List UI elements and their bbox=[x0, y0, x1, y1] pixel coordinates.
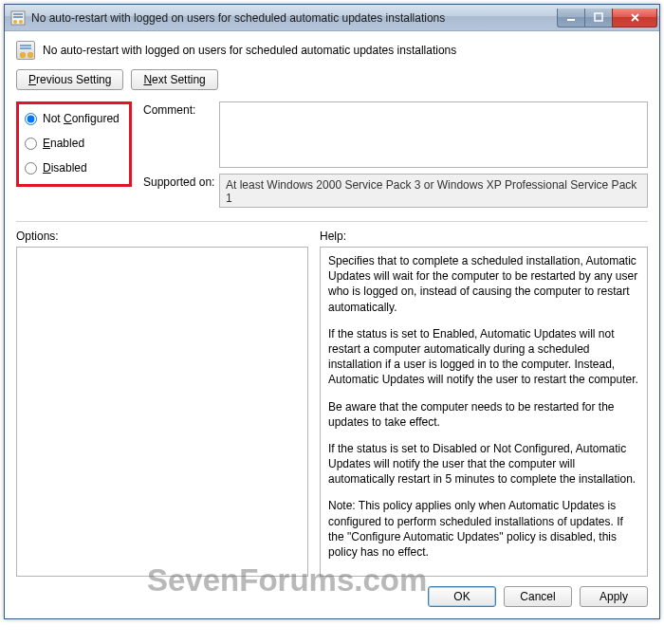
radio-not-configured[interactable]: Not Configured bbox=[25, 112, 123, 125]
supported-row: Supported on: At least Windows 2000 Serv… bbox=[143, 174, 648, 208]
app-icon bbox=[10, 10, 26, 26]
cancel-button[interactable]: Cancel bbox=[504, 586, 572, 607]
close-button[interactable] bbox=[612, 9, 657, 28]
minimize-button[interactable] bbox=[557, 9, 585, 28]
radio-not-configured-input[interactable] bbox=[25, 113, 37, 125]
help-panel[interactable]: Specifies that to complete a scheduled i… bbox=[320, 247, 648, 577]
panels: Specifies that to complete a scheduled i… bbox=[16, 247, 648, 577]
state-radio-group: Not Configured Enabled Disabled bbox=[16, 101, 132, 187]
apply-button[interactable]: Apply bbox=[580, 586, 648, 607]
options-panel[interactable] bbox=[16, 247, 308, 577]
ok-button[interactable]: OK bbox=[428, 586, 496, 607]
policy-heading: No auto-restart with logged on users for… bbox=[43, 44, 456, 57]
supported-label: Supported on: bbox=[143, 174, 219, 208]
svg-rect-6 bbox=[595, 13, 602, 21]
window-controls bbox=[558, 9, 657, 28]
panel-labels: Options: Help: bbox=[16, 230, 648, 243]
dialog-content: No auto-restart with logged on users for… bbox=[5, 31, 659, 618]
help-p5: Note: This policy applies only when Auto… bbox=[328, 498, 639, 560]
radio-enabled[interactable]: Enabled bbox=[25, 137, 123, 150]
fields-column: Comment: Supported on: At least Windows … bbox=[143, 101, 648, 213]
radio-enabled-input[interactable] bbox=[25, 138, 37, 150]
policy-icon bbox=[16, 41, 35, 60]
window-title: No auto-restart with logged on users for… bbox=[31, 11, 558, 25]
maximize-button[interactable] bbox=[584, 9, 613, 28]
help-p3: Be aware that the computer needs to be r… bbox=[328, 399, 639, 430]
comment-label: Comment: bbox=[143, 101, 219, 168]
svg-point-3 bbox=[13, 20, 17, 24]
titlebar[interactable]: No auto-restart with logged on users for… bbox=[5, 5, 659, 31]
heading-row: No auto-restart with logged on users for… bbox=[16, 41, 648, 60]
next-setting-button[interactable]: Next Setting bbox=[131, 69, 217, 90]
svg-rect-5 bbox=[567, 19, 575, 21]
help-p1: Specifies that to complete a scheduled i… bbox=[328, 253, 639, 315]
svg-rect-1 bbox=[13, 13, 23, 15]
config-row: Not Configured Enabled Disabled Comment: bbox=[16, 101, 648, 213]
options-label: Options: bbox=[16, 230, 308, 243]
comment-textarea[interactable] bbox=[219, 101, 648, 168]
divider bbox=[16, 221, 648, 222]
help-p4: If the status is set to Disabled or Not … bbox=[328, 441, 639, 488]
radio-disabled-input[interactable] bbox=[25, 162, 37, 175]
dialog-footer: OK Cancel Apply bbox=[16, 577, 648, 607]
radio-disabled[interactable]: Disabled bbox=[25, 161, 123, 175]
previous-setting-button[interactable]: Previous Setting bbox=[16, 69, 123, 90]
supported-on-text: At least Windows 2000 Service Pack 3 or … bbox=[219, 174, 648, 208]
help-label: Help: bbox=[320, 230, 346, 243]
svg-point-4 bbox=[19, 20, 23, 24]
svg-rect-2 bbox=[13, 16, 23, 18]
policy-dialog-window: No auto-restart with logged on users for… bbox=[4, 4, 660, 619]
nav-buttons: Previous Setting Next Setting bbox=[16, 69, 648, 90]
comment-row: Comment: bbox=[143, 101, 648, 168]
help-p2: If the status is set to Enabled, Automat… bbox=[328, 326, 639, 388]
